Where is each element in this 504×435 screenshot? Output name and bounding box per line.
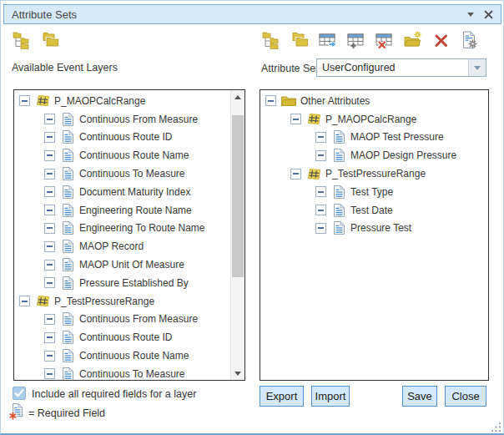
tree-item-label: MAOP Design Pressure [350,149,456,161]
collapse-toggle[interactable] [44,260,55,271]
tree-item-label: P_MAOPCalcRange [325,114,416,125]
collapse-toggle[interactable] [44,186,55,197]
close-button[interactable]: Close [445,386,486,407]
tree-item[interactable]: P_TestPressureRange [260,164,488,183]
tree-item[interactable]: Continuous Route Name [14,146,230,164]
collapse-toggle[interactable] [44,169,55,180]
arrow-down-icon [234,372,241,376]
table-export-icon[interactable] [319,31,337,49]
collapse-toggle[interactable] [44,241,55,252]
titlebar[interactable]: Attribute Sets [3,4,501,24]
tree-item[interactable]: Document Maturity Index [14,183,230,201]
collapse-toggle[interactable] [44,132,55,143]
minus-icon [47,227,53,229]
collapse-toggle[interactable] [44,150,55,161]
combobox-dropdown-button[interactable] [468,59,486,76]
dialog-title: Attribute Sets [4,8,463,21]
collapse-toggle[interactable] [19,296,30,306]
titlebar-close-button[interactable] [478,7,498,22]
tree-item[interactable]: Continuous Route ID [14,129,230,147]
tree-view-icon[interactable] [13,31,31,49]
delete-icon[interactable] [432,31,451,49]
tree-item[interactable]: P_MAOPCalcRange [260,110,488,129]
chevron-down-icon[interactable] [463,7,478,22]
attribute-set-panel: Other AttributesP_MAOPCalcRangeMAOP Test… [260,89,489,381]
export-button[interactable]: Export [260,386,304,407]
collapse-toggle[interactable] [44,205,55,215]
new-folder-icon[interactable] [404,31,422,49]
field-icon [60,203,75,217]
close-icon [484,10,493,19]
vertical-scrollbar[interactable] [230,90,244,380]
tree-item[interactable]: Engineering Route Name [14,201,230,220]
available-event-layers-label: Available Event Layers [12,62,118,73]
collapse-toggle[interactable] [290,114,301,124]
field-icon [331,149,346,163]
table-delete-icon[interactable] [375,31,394,49]
tree-view-icon[interactable] [262,31,280,49]
tree-item[interactable]: Continuous To Measure [14,365,230,380]
tree-item[interactable]: Pressure Test [260,220,488,238]
tree-item[interactable]: Continuous Route Name [14,346,230,365]
save-button[interactable]: Save [402,386,437,407]
required-field-icon [9,403,25,423]
collapse-toggle[interactable] [315,205,326,215]
tree-item[interactable]: Test Type [260,183,488,201]
collapse-toggle[interactable] [44,351,55,362]
import-button[interactable]: Import [311,386,350,407]
collapse-toggle[interactable] [44,332,55,343]
minus-icon [47,154,53,156]
collapse-toggle[interactable] [44,114,55,124]
layer-icon [306,112,321,126]
tree-item[interactable]: Test Date [260,201,488,220]
tree-item[interactable]: MAOP Test Pressure [260,129,488,147]
minus-icon [47,210,53,211]
tree-item[interactable]: Engineering To Route Name [14,220,230,238]
include-required-fields-label: Include all required fields for a layer [32,388,196,400]
collapse-toggle[interactable] [44,314,55,325]
tree-item[interactable]: Continuous Route ID [14,328,230,346]
field-icon [331,221,346,235]
tree-item[interactable]: MAOP Unit Of Measure [14,255,230,274]
tree-item-label: Other Attributes [300,95,370,107]
folders-icon[interactable] [41,31,59,49]
collapse-toggle[interactable] [315,186,326,197]
collapse-toggle[interactable] [315,150,326,161]
include-required-fields-checkbox[interactable] [13,387,26,400]
field-icon [60,185,75,199]
table-add-icon[interactable] [347,31,365,49]
tree-item-label: Continuous Route ID [79,131,172,143]
tree-item[interactable]: MAOP Design Pressure [260,146,488,164]
tree-item[interactable]: Continuous To Measure [14,164,230,183]
tree-item-label: Continuous Route Name [79,149,189,161]
attribute-set-tree: Other AttributesP_MAOPCalcRangeMAOP Test… [260,90,488,380]
folders-icon[interactable] [290,31,309,49]
collapse-toggle[interactable] [315,132,326,143]
collapse-toggle[interactable] [44,368,55,379]
resize-grip[interactable] [491,421,501,432]
required-field-legend: = Required Field [28,407,105,419]
minus-icon [318,154,324,156]
scroll-down-button[interactable] [231,367,244,380]
attribute-set-combobox[interactable]: UserConfigured [316,58,486,77]
scroll-up-button[interactable] [231,90,244,104]
tree-item[interactable]: P_MAOPCalcRange [14,92,230,110]
tree-item[interactable]: MAOP Record [14,237,230,255]
tree-item[interactable]: Other Attributes [260,92,488,110]
collapse-toggle[interactable] [290,169,301,180]
report-settings-icon[interactable] [461,31,479,49]
tree-item[interactable]: Continuous From Measure [14,311,230,329]
tree-item[interactable]: Continuous From Measure [14,110,230,129]
collapse-toggle[interactable] [44,277,55,288]
scrollbar-thumb[interactable] [232,115,244,277]
layer-icon [35,94,50,108]
minus-icon [22,100,28,102]
minus-icon [47,264,53,266]
collapse-toggle[interactable] [19,95,30,106]
tree-item[interactable]: P_TestPressureRange [14,292,230,311]
tree-item[interactable]: Pressure Established By [14,274,230,292]
collapse-toggle[interactable] [44,223,55,234]
collapse-toggle[interactable] [315,223,326,234]
field-icon [60,312,75,326]
collapse-toggle[interactable] [265,95,276,106]
